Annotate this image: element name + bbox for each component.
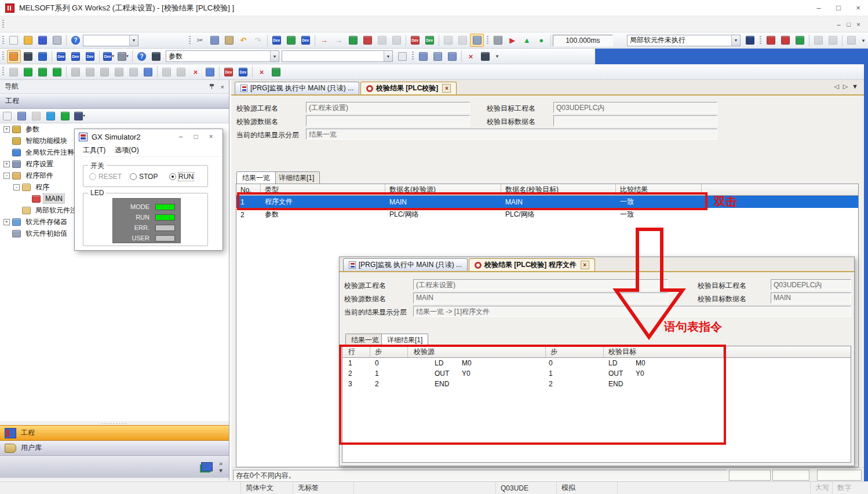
run-x-icon[interactable]: × (255, 65, 269, 79)
radio-stop[interactable]: STOP (130, 173, 158, 181)
ladder-zoom-icon[interactable] (112, 65, 126, 79)
tab-prg-monitor[interactable]: [PRG]监视 执行中 MAIN (只读) ... (235, 82, 359, 94)
tab-verify-result[interactable]: 校验结果 [PLC校验] × (360, 82, 457, 94)
step-execution-icon[interactable] (764, 34, 778, 47)
device-comment-icon[interactable]: Dev (54, 50, 68, 63)
toolbar-grip-handle[interactable] (487, 36, 488, 45)
ladder-comment-icon[interactable] (127, 65, 141, 79)
device-execution-combo[interactable]: 局部软元件未执行 ▾ (627, 35, 741, 46)
simulation-warning-icon[interactable]: ▲ (520, 34, 534, 47)
window-minimize-button[interactable]: – (809, 1, 829, 15)
simulator-minimize-button[interactable]: – (173, 131, 188, 142)
simulation-settings-icon[interactable] (491, 34, 505, 47)
skip-list-icon[interactable] (826, 34, 840, 47)
ladder-sfc-icon[interactable] (98, 65, 112, 79)
tree-expand-icon[interactable]: - (13, 184, 20, 191)
work-window-icon[interactable] (36, 50, 50, 63)
find-target-combo[interactable]: 参数 ▾ (166, 50, 279, 62)
menu-edit[interactable] (17, 22, 27, 27)
monitor-stop-icon[interactable] (360, 34, 374, 47)
toolbar-grip-handle[interactable] (189, 36, 191, 45)
simulation-start-icon[interactable]: ▶ (505, 34, 519, 47)
toolbar-grip-handle[interactable] (2, 67, 4, 76)
tab-detail-result[interactable]: 详细结果[1] (273, 171, 320, 184)
ladder-block-icon[interactable] (83, 65, 97, 79)
panel-splitter-handle[interactable]: ········· (0, 421, 229, 425)
project-view-icon[interactable] (7, 50, 21, 63)
inner-tab-verify-program-file[interactable]: 校验结果 [PLC校验] 程序文件 × (469, 258, 595, 271)
inner-tab-result-list[interactable]: 结果一览 (345, 334, 385, 346)
nav-copy-icon[interactable] (15, 109, 29, 123)
device-memory-icon[interactable]: Dev (69, 50, 83, 63)
radio-reset[interactable]: RESET (89, 173, 122, 181)
simulator-maximize-button[interactable]: □ (188, 131, 203, 142)
toolbar-overflow-icon[interactable]: ▾ (859, 38, 868, 43)
tab-result-list[interactable]: 结果一览 (236, 171, 276, 184)
menu-tools[interactable] (90, 22, 100, 27)
window-cascade-icon[interactable] (441, 34, 455, 47)
device-test-icon[interactable]: Dev (298, 34, 312, 47)
new-project-icon[interactable] (7, 34, 21, 47)
monitor-window-icon[interactable] (284, 34, 298, 47)
inner-tab-prg-monitor[interactable]: [PRG]监视 执行中 MAIN (只读) ... (343, 258, 468, 271)
window-list-icon[interactable] (431, 50, 445, 63)
device-skip2-icon[interactable] (174, 65, 188, 79)
menu-view[interactable] (48, 22, 59, 27)
break-execution-icon[interactable] (779, 34, 793, 47)
window-maximize-button[interactable]: □ (829, 1, 848, 15)
tab-scroll-right-icon[interactable]: ▷ (843, 83, 848, 90)
find-in-page-icon[interactable] (396, 50, 410, 63)
tab-close-button[interactable]: × (442, 84, 451, 93)
paste-icon[interactable] (222, 34, 236, 47)
write-to-plc-icon[interactable]: → (317, 34, 331, 47)
nav-paste-icon[interactable] (30, 109, 43, 123)
ladder-option-icon[interactable] (141, 65, 155, 79)
device-monitor-stop-icon[interactable]: Dev (408, 34, 422, 47)
tree-expand-icon[interactable]: + (3, 161, 10, 167)
dev-x-icon[interactable]: Dev (222, 65, 236, 79)
inner-tab-detail-result[interactable]: 详细结果[1] (381, 334, 428, 346)
simulator-close-button[interactable]: × (203, 131, 218, 142)
nav-property-icon[interactable] (44, 109, 58, 123)
watch-start-icon[interactable] (375, 34, 389, 47)
menu-find-replace[interactable] (27, 22, 38, 27)
undo-icon[interactable]: ↶ (236, 34, 250, 47)
nav-overflow-icon[interactable]: »▾ (216, 460, 225, 474)
menu-grip-handle[interactable] (2, 20, 4, 29)
tab-close-button[interactable]: × (581, 261, 589, 269)
register-watch-icon[interactable] (479, 50, 493, 63)
device-write-icon[interactable] (743, 34, 757, 47)
toolbar-grip-handle[interactable] (2, 36, 4, 45)
save-project-icon[interactable] (36, 34, 50, 47)
monitor-start-icon[interactable] (346, 34, 360, 47)
quick-access-combo[interactable]: ▾ (83, 35, 138, 46)
break-list-icon[interactable] (812, 34, 826, 47)
ladder-run-icon[interactable] (36, 65, 50, 79)
tree-expand-icon[interactable]: + (3, 126, 10, 133)
window-tile-icon[interactable] (455, 34, 469, 47)
combo-dropdown-icon[interactable]: ▾ (731, 35, 740, 46)
device-table-icon[interactable] (203, 65, 217, 79)
toolbar-overflow-icon[interactable]: ▾ (493, 53, 502, 59)
simulator-menu-tool[interactable]: 工具(T) (78, 144, 110, 156)
toolbar-grip-handle[interactable] (2, 52, 4, 61)
pc-monitor-icon[interactable] (470, 34, 484, 47)
cut-icon[interactable]: ✂ (193, 34, 207, 47)
cross-reference-icon[interactable] (149, 50, 163, 63)
ladder-step-icon[interactable] (7, 65, 21, 79)
result-row-2[interactable]: 2 参数 PLC/网络 PLC/网络 一致 (236, 208, 858, 221)
simulation-stop-icon[interactable]: ● (534, 34, 548, 47)
watch-stop-icon[interactable] (389, 34, 403, 47)
nav-project-button[interactable]: 工程 (0, 425, 229, 441)
radio-run[interactable]: RUN (169, 173, 194, 181)
menu-project[interactable] (6, 22, 17, 27)
pin-icon[interactable] (209, 83, 215, 90)
tab-scroll-left-icon[interactable]: ◁ (834, 83, 838, 90)
dev-table-icon[interactable]: Dev (236, 65, 250, 79)
nav-new-data-icon[interactable] (1, 109, 14, 123)
nav-user-library-button[interactable]: 用户库 (0, 441, 229, 456)
loop-execution-icon[interactable] (845, 34, 859, 47)
help-icon[interactable]: ? (69, 34, 83, 47)
device-batch-monitor-icon[interactable]: Dev (269, 34, 283, 47)
tree-expand-icon[interactable]: + (3, 219, 10, 225)
